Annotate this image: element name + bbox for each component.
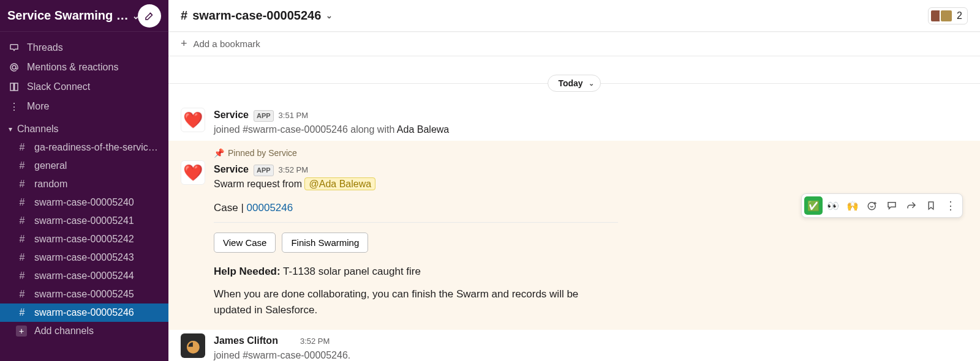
channel-label: swarm-case-00005244 [34,270,134,281]
reaction-eyes-button[interactable]: 👀 [824,196,842,215]
hash-icon: # [17,215,27,226]
add-channels[interactable]: + Add channels [0,322,168,340]
channel-label: swarm-case-00005240 [34,197,134,208]
reply-thread-button[interactable] [883,196,901,215]
chevron-down-icon: ⌄ [589,80,594,87]
channel-label: swarm-case-00005243 [34,252,134,263]
message-list[interactable]: Today ⌄ ❤️ Service APP 3:51 PM joined #s… [168,56,980,361]
add-reaction-icon [867,200,878,211]
finish-instruction: When you are done collaborating, you can… [214,286,618,318]
action-buttons: View Case Finish Swarming [214,233,643,253]
channels-header-label: Channels [17,124,59,135]
avatar-james[interactable]: ◕ [181,333,205,358]
sidebar-channel-00005240[interactable]: #swarm-case-00005240 [0,193,168,212]
thread-icon [886,200,897,211]
message-swarm-request: ❤️ 📌 Pinned by Service Service APP 3:52 … [168,141,980,330]
sidebar-channel-00005246[interactable]: #swarm-case-00005246 [0,303,168,322]
swarm-request-text: Swarm request from [214,179,304,189]
reaction-raised-hands-button[interactable]: 🙌 [843,196,862,215]
pinned-text: Pinned by Service [228,147,297,160]
sidebar-channel-00005244[interactable]: #swarm-case-00005244 [0,267,168,285]
case-label: Case | [214,202,247,214]
timestamp[interactable]: 3:52 PM [300,335,330,348]
member-count: 2 [957,10,962,21]
channel-label: swarm-case-00005246 [34,307,134,318]
case-attachment: Case | 00005246 View Case Finish Swarmin… [214,200,643,318]
compose-icon [144,10,155,21]
share-icon [906,200,917,211]
timestamp[interactable]: 3:51 PM [279,110,308,122]
member-avatar [940,9,953,23]
divider [214,222,618,223]
hash-icon: # [17,270,27,281]
channel-label: swarm-case-00005241 [34,215,134,226]
sidebar-item-label: More [27,101,49,112]
sidebar-item-threads[interactable]: Threads [0,38,168,58]
workspace-name[interactable]: Service Swarming … ⌄ [7,9,138,23]
channel-header: # swarm-case-00005246 ⌄ 2 [168,0,980,32]
sidebar-channel-00005245[interactable]: #swarm-case-00005245 [0,285,168,303]
caret-down-icon: ▾ [9,125,12,133]
message-text: Swarm request from @Ada Balewa [214,177,968,192]
eyes-emoji: 👀 [827,200,839,212]
date-pill[interactable]: Today ⌄ [548,75,600,92]
sidebar-item-mentions[interactable]: Mentions & reactions [0,58,168,77]
user-mention[interactable]: @Ada Balewa [304,177,375,190]
sidebar-item-slack-connect[interactable]: Slack Connect [0,77,168,97]
add-channels-label: Add channels [34,326,94,337]
channel-title[interactable]: # swarm-case-00005246 ⌄ [181,9,333,23]
slack-connect-icon [9,81,20,92]
kebab-icon: ⋮ [945,199,956,212]
pinned-indicator: 📌 Pinned by Service [214,147,968,160]
svg-point-0 [12,65,16,69]
svg-rect-1 [10,83,13,91]
mentions-icon [9,62,20,73]
bookmark-button[interactable] [922,196,940,215]
sidebar-channel-00005243[interactable]: #swarm-case-00005243 [0,248,168,267]
sender-name[interactable]: Service [214,162,249,177]
sidebar-channel-general[interactable]: #general [0,157,168,175]
sidebar: Service Swarming … ⌄ Threads Mentions & … [0,0,168,361]
avatar-service[interactable]: ❤️ [181,160,205,185]
svg-rect-2 [15,83,18,91]
more-actions-button[interactable]: ⋮ [941,196,960,215]
case-link[interactable]: 00005246 [247,202,293,214]
avatar-service[interactable]: ❤️ [181,108,205,132]
help-text: T-1138 solar panel caught fire [281,266,421,277]
view-case-button[interactable]: View Case [214,233,276,253]
sidebar-item-more[interactable]: ⋮ More [0,97,168,116]
hash-icon: # [17,160,27,171]
sidebar-channel-ga-readiness[interactable]: #ga-readiness-of-the-servic… [0,138,168,157]
hash-icon: # [17,307,27,318]
add-bookmark-button[interactable]: Add a bookmark [194,39,260,49]
plus-icon[interactable]: + [181,37,187,50]
bookmark-bar: + Add a bookmark [168,32,980,56]
check-emoji: ✅ [807,200,820,212]
sidebar-top-section: Threads Mentions & reactions Slack Conne… [0,32,168,116]
message-text: joined #swarm-case-00005246 along with A… [214,122,968,137]
raised-hands-emoji: 🙌 [846,200,859,212]
share-button[interactable] [902,196,921,215]
sidebar-channel-random[interactable]: #random [0,175,168,193]
compose-button[interactable] [138,4,161,28]
user-link[interactable]: Ada Balewa [397,124,449,135]
add-reaction-button[interactable] [863,196,881,215]
threads-icon [9,42,20,53]
join-text: joined #swarm-case-00005246 along with [214,124,397,135]
finish-swarming-button[interactable]: Finish Swarming [282,233,368,253]
member-count-button[interactable]: 2 [928,7,968,24]
sender-name[interactable]: Service [214,108,249,122]
avatar-stack [930,9,953,23]
channels-header[interactable]: ▾ Channels [0,116,168,138]
message-hover-actions: ✅ 👀 🙌 ⋮ [801,193,963,218]
reaction-check-button[interactable]: ✅ [804,196,823,215]
timestamp[interactable]: 3:52 PM [279,164,308,176]
chevron-down-icon: ⌄ [132,11,138,21]
workspace-name-text: Service Swarming … [7,9,129,23]
sender-name[interactable]: James Clifton [214,333,278,348]
workspace-header[interactable]: Service Swarming … ⌄ [0,0,168,32]
pushpin-icon: 📌 [214,147,224,160]
sidebar-channel-00005242[interactable]: #swarm-case-00005242 [0,230,168,248]
sidebar-channel-00005241[interactable]: #swarm-case-00005241 [0,212,168,230]
case-line: Case | 00005246 [214,200,643,216]
